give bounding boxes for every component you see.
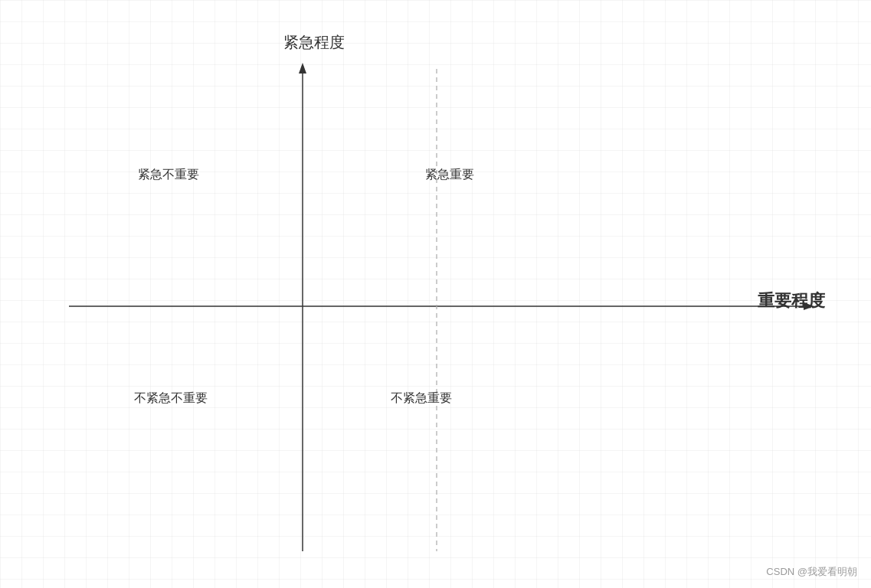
svg-rect-1 — [0, 0, 871, 588]
quadrant-bottom-right-label: 不紧急重要 — [391, 390, 452, 407]
chart-svg — [0, 0, 871, 588]
quadrant-top-right-label: 紧急重要 — [425, 167, 474, 183]
quadrant-top-left-label: 紧急不重要 — [138, 167, 199, 183]
chart-container: 紧急程度 重要程度 紧急不重要 紧急重要 不紧急不重要 不紧急重要 CSDN @… — [0, 0, 871, 588]
quadrant-bottom-left-label: 不紧急不重要 — [134, 390, 208, 407]
y-axis-label: 紧急程度 — [283, 32, 345, 53]
watermark: CSDN @我爱看明朝 — [766, 565, 857, 579]
x-axis-label: 重要程度 — [758, 289, 825, 312]
